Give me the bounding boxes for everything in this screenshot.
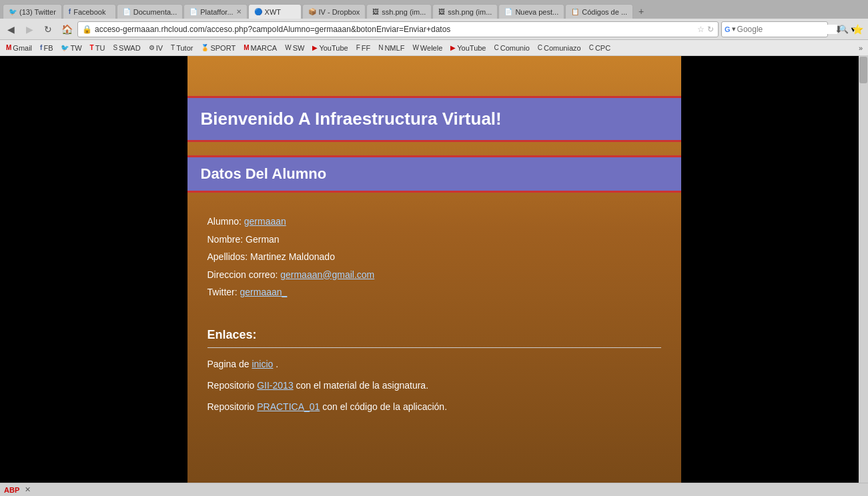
bookmark-swad-label: SWAD <box>119 44 141 52</box>
apellidos-label: Apellidos: Martinez Maldonado <box>207 251 335 262</box>
bookmark-welele[interactable]: W Welele <box>409 43 446 53</box>
search-engine-label: ▾ <box>732 25 736 33</box>
documenta-favicon: 📄 <box>123 8 131 15</box>
welcome-banner: Bienvenido A Infraestructura Virtual! <box>187 96 681 142</box>
youtube1-icon: ▶ <box>312 44 318 51</box>
alumno-row: Alumno: germaaan <box>207 213 661 231</box>
bookmarks-button[interactable]: ⭐ <box>849 21 865 37</box>
pagina-link[interactable]: inicio <box>252 359 273 369</box>
scrollbar-track[interactable] <box>859 56 868 483</box>
page-content: Bienvenido A Infraestructura Virtual! Da… <box>187 56 681 483</box>
twitter-link[interactable]: germaaan_ <box>240 287 288 297</box>
download-button[interactable]: ⬇ <box>831 21 847 37</box>
marca-icon: M <box>244 44 249 51</box>
tab-xwt[interactable]: 🔵 XWT <box>248 4 302 19</box>
bookmark-sport[interactable]: 🏅 SPORT <box>197 43 239 53</box>
bookmark-fb-label: FB <box>43 44 53 52</box>
bookmark-gmail-label: Gmail <box>13 44 32 52</box>
bookmark-iv-label: IV <box>156 44 163 52</box>
swad-icon: S <box>113 44 117 51</box>
twitter-favicon: 🐦 <box>9 8 17 15</box>
tab-plataf-label: Plataffor... <box>200 8 233 16</box>
tab-ssh1[interactable]: 🖼 ssh.png (im... <box>366 4 432 19</box>
bookmark-ff[interactable]: F FF <box>353 43 374 53</box>
tab-documenta-label: Documenta... <box>133 8 177 16</box>
bookmark-tutor[interactable]: T Tutor <box>167 43 196 53</box>
tab-codigos[interactable]: 📋 Códigos de ... <box>565 4 633 19</box>
correo-row: Direccion correo: germaaan@gmail.com <box>207 266 661 284</box>
bookmark-comuniazo[interactable]: C Comuniazo <box>534 43 584 53</box>
tab-xwt-label: XWT <box>265 8 281 16</box>
sport-icon: 🏅 <box>201 44 209 51</box>
tw-icon: 🐦 <box>61 44 69 51</box>
nueva-favicon: 📄 <box>504 8 512 15</box>
bookmarks-bar: M Gmail f FB 🐦 TW T TU S SWAD ⚙ IV T Tut… <box>0 40 868 56</box>
tab-nueva[interactable]: 📄 Nueva pest... <box>498 4 564 19</box>
correo-link[interactable]: germaaan@gmail.com <box>280 269 374 280</box>
bookmarks-more-button[interactable]: » <box>856 43 865 53</box>
tab-documenta[interactable]: 📄 Documenta... <box>117 4 183 19</box>
repositorio1-text: Repositorio <box>207 380 258 391</box>
bookmark-tw[interactable]: 🐦 TW <box>57 43 85 53</box>
repositorio2-text: Repositorio <box>207 401 258 412</box>
url-bar[interactable]: 🔒 acceso-germaaan.rhcloud.com/acceso.php… <box>77 21 719 37</box>
repositorio1-row: Repositorio GII-2013 con el material de … <box>207 380 661 391</box>
bookmark-youtube1[interactable]: ▶ YouTube <box>309 43 351 53</box>
url-star-icon: ☆ <box>697 25 705 34</box>
xwt-favicon: 🔵 <box>254 8 262 15</box>
comunio-icon: C <box>494 44 499 51</box>
close-status-icon[interactable]: ✕ <box>25 485 31 494</box>
bookmark-sport-label: SPORT <box>210 44 236 52</box>
bookmark-sw[interactable]: W SW <box>282 43 308 53</box>
bookmark-nmlf-label: NMLF <box>384 44 404 52</box>
tab-ssh2[interactable]: 🖼 ssh.png (im... <box>432 4 498 19</box>
tab-twitter-label: (13) Twitter <box>19 8 56 16</box>
page-area: Bienvenido A Infraestructura Virtual! Da… <box>0 56 868 483</box>
ssh2-favicon: 🖼 <box>438 8 445 15</box>
bookmark-fb[interactable]: f FB <box>37 43 56 53</box>
bookmark-gmail[interactable]: M Gmail <box>3 43 35 53</box>
bookmark-welele-label: Welele <box>420 44 442 52</box>
refresh-button[interactable]: ↻ <box>40 21 56 37</box>
browser-chrome: 🐦 (13) Twitter f Facebook 📄 Documenta...… <box>0 0 868 56</box>
search-input[interactable] <box>737 25 837 34</box>
bookmark-marca[interactable]: M MARCA <box>240 43 280 53</box>
repositorio2-link[interactable]: PRACTICA_01 <box>257 401 320 412</box>
bookmark-iv[interactable]: ⚙ IV <box>145 43 166 53</box>
bookmark-tw-label: TW <box>70 44 81 52</box>
address-bar: ◀ ▶ ↻ 🏠 🔒 acceso-germaaan.rhcloud.com/ac… <box>0 19 868 40</box>
enlaces-title: Enlaces: <box>207 328 661 348</box>
bookmark-tu[interactable]: T TU <box>87 43 109 53</box>
new-tab-button[interactable]: + <box>634 4 648 19</box>
bookmark-swad[interactable]: S SWAD <box>109 43 143 53</box>
sw-icon: W <box>285 44 291 51</box>
gmail-icon: M <box>6 44 11 51</box>
search-bar[interactable]: G ▾ 🔍 ▼ <box>721 21 828 37</box>
home-button[interactable]: 🏠 <box>59 21 75 37</box>
scrollbar-thumb[interactable] <box>859 57 867 83</box>
bookmark-cpc[interactable]: C CPC <box>586 43 614 53</box>
tab-plataf[interactable]: 📄 Plataffor... ✕ <box>183 4 247 19</box>
bookmark-nmlf[interactable]: N NMLF <box>375 43 408 53</box>
twitter-label: Twitter: <box>207 287 240 297</box>
bookmark-comunio[interactable]: C Comunio <box>491 43 533 53</box>
repositorio1-link[interactable]: GII-2013 <box>257 380 293 391</box>
bookmark-youtube2[interactable]: ▶ YouTube <box>447 43 489 53</box>
alumno-label: Alumno: <box>207 216 244 227</box>
alumno-link[interactable]: germaaan <box>244 216 286 227</box>
tab-iv-dropbox[interactable]: 📦 IV - Dropbox <box>302 4 366 19</box>
tab-twitter[interactable]: 🐦 (13) Twitter <box>3 4 62 19</box>
forward-button[interactable]: ▶ <box>21 21 37 37</box>
nombre-label: Nombre: German <box>207 234 280 245</box>
url-text: acceso-germaaan.rhcloud.com/acceso.php?c… <box>95 25 695 34</box>
tab-plataf-close[interactable]: ✕ <box>236 8 242 15</box>
bookmark-comunio-label: Comunio <box>500 44 530 52</box>
tab-nueva-label: Nueva pest... <box>515 8 558 16</box>
bookmark-tu-label: TU <box>95 44 105 52</box>
pagina-suffix: . <box>273 359 278 369</box>
datos-title: Datos Del Alumno <box>201 165 668 183</box>
back-button[interactable]: ◀ <box>3 21 19 37</box>
tab-facebook[interactable]: f Facebook <box>63 4 116 19</box>
youtube2-icon: ▶ <box>450 44 456 51</box>
student-info: Alumno: germaaan Nombre: German Apellido… <box>187 193 681 315</box>
